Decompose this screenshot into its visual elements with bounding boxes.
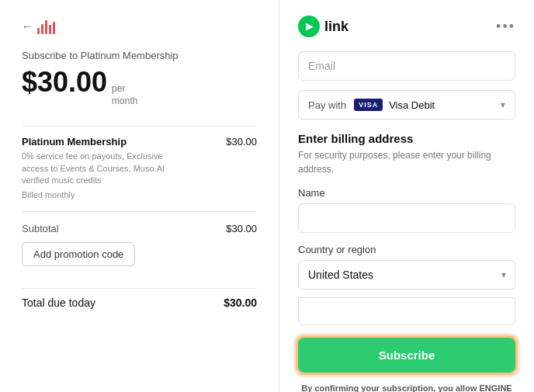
chevron-down-icon: ▾ bbox=[501, 99, 505, 110]
item-name: Platinum Membership bbox=[22, 136, 177, 147]
item-price: $30.00 bbox=[226, 136, 257, 147]
item-info: Platinum Membership 0% service fee on pa… bbox=[22, 136, 177, 202]
back-arrow-icon: ← bbox=[22, 20, 33, 33]
promo-button[interactable]: Add promotion code bbox=[22, 242, 135, 266]
back-button[interactable]: ← bbox=[22, 19, 257, 34]
card-name: Visa Debit bbox=[389, 99, 501, 111]
item-desc: 0% service fee on payouts, Exclusive acc… bbox=[22, 151, 177, 186]
link-logo: ▶ link bbox=[298, 16, 348, 37]
country-label: Country or region bbox=[298, 244, 515, 255]
country-select-wrapper: United States United Kingdom Canada ▾ bbox=[298, 260, 515, 290]
link-icon: ▶ bbox=[298, 16, 320, 37]
divider-1 bbox=[22, 126, 257, 127]
total-amount: $30.00 bbox=[224, 297, 257, 309]
subtotal-amount: $30.00 bbox=[226, 223, 257, 234]
visa-badge: VISA bbox=[354, 99, 383, 111]
subscribe-button[interactable]: Subscribe bbox=[298, 338, 515, 373]
price-amount: $30.00 bbox=[22, 66, 107, 99]
price-display: $30.00 per month bbox=[22, 66, 257, 107]
pay-with-row[interactable]: Pay with VISA Visa Debit ▾ bbox=[298, 90, 515, 120]
subtotal-row: Subtotal $30.00 bbox=[22, 223, 257, 234]
subtotal-label: Subtotal bbox=[22, 223, 59, 234]
item-billing: Billed monthly bbox=[22, 189, 177, 201]
right-panel: ▶ link ••• Email Pay with VISA Visa Debi… bbox=[279, 0, 534, 392]
divider-2 bbox=[22, 211, 257, 212]
country-select[interactable]: United States United Kingdom Canada bbox=[298, 260, 515, 290]
zip-area[interactable] bbox=[298, 297, 515, 325]
confirm-text: By confirming your subscription, you all… bbox=[298, 382, 515, 392]
pay-with-label: Pay with bbox=[308, 99, 346, 111]
subscribe-title: Subscribe to Platinum Membership bbox=[22, 50, 257, 61]
total-row: Total due today $30.00 bbox=[22, 288, 257, 309]
name-input[interactable] bbox=[298, 203, 515, 233]
more-options-button[interactable]: ••• bbox=[496, 19, 515, 35]
left-panel: ← Subscribe to Platinum Membership $30.0… bbox=[0, 0, 279, 392]
billing-desc: For security purposes, please enter your… bbox=[298, 148, 515, 176]
link-logo-text: link bbox=[324, 19, 348, 35]
link-header: ▶ link ••• bbox=[298, 16, 515, 37]
billing-section-title: Enter billing address bbox=[298, 132, 515, 145]
name-label: Name bbox=[298, 187, 515, 199]
price-period: per month bbox=[112, 83, 137, 107]
item-row: Platinum Membership 0% service fee on pa… bbox=[22, 136, 257, 202]
total-label: Total due today bbox=[22, 297, 95, 309]
email-field[interactable]: Email bbox=[298, 51, 515, 81]
logo bbox=[37, 19, 55, 34]
